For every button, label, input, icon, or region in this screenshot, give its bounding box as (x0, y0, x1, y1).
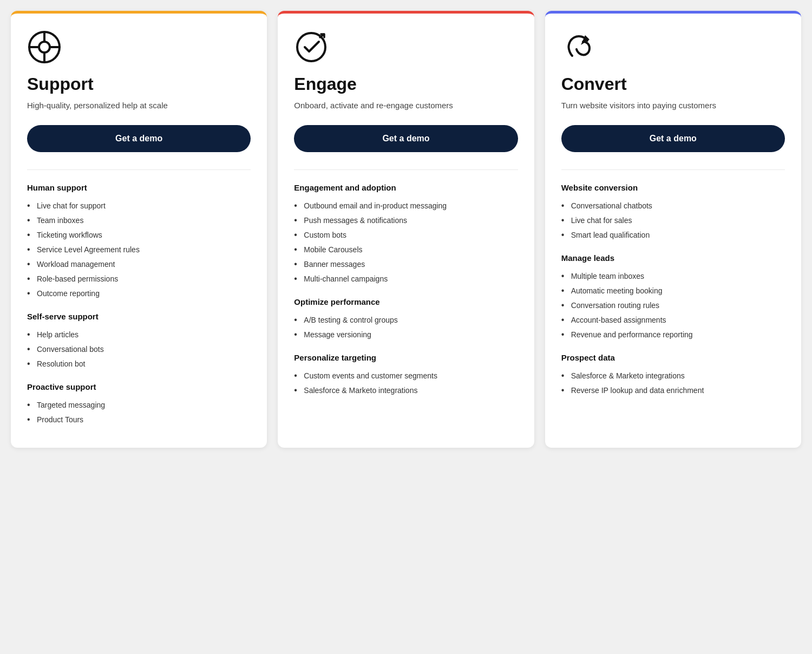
list-item: Team inboxes (27, 213, 251, 228)
card-convert: ConvertTurn website visitors into paying… (545, 11, 801, 448)
list-item: Product Tours (27, 413, 251, 427)
card-support-section-2-title: Proactive support (27, 382, 251, 391)
card-convert-section-1-title: Manage leads (561, 253, 785, 263)
list-item: Salesforce & Marketo integrations (294, 383, 518, 398)
list-item: Salesforce & Marketo integrations (561, 369, 785, 383)
card-engage-section-2-list: Custom events and customer segmentsSales… (294, 369, 518, 398)
card-convert-section-0-list: Conversational chatbotsLive chat for sal… (561, 199, 785, 243)
card-support-subtitle: High-quality, personalized help at scale (27, 100, 251, 112)
list-item: Multi-channel campaigns (294, 272, 518, 286)
card-engage-section-0-list: Outbound email and in-product messagingP… (294, 199, 518, 286)
list-item: Resolution bot (27, 357, 251, 371)
list-item: Role-based permissions (27, 272, 251, 286)
list-item: Outbound email and in-product messaging (294, 199, 518, 213)
card-convert-section-0-title: Website conversion (561, 183, 785, 192)
list-item: Message versioning (294, 328, 518, 342)
card-support-section-0-list: Live chat for supportTeam inboxesTicketi… (27, 199, 251, 301)
card-convert-divider (561, 169, 785, 170)
list-item: Push messages & notifications (294, 213, 518, 228)
list-item: Targeted messaging (27, 398, 251, 413)
list-item: Banner messages (294, 257, 518, 272)
list-item: Live chat for sales (561, 213, 785, 228)
card-support-divider (27, 169, 251, 170)
list-item: Revenue and performance reporting (561, 328, 785, 342)
card-engage: EngageOnboard, activate and re-engage cu… (278, 11, 534, 448)
card-engage-subtitle: Onboard, activate and re-engage customer… (294, 100, 518, 112)
card-convert-title: Convert (561, 74, 785, 94)
list-item: Live chat for support (27, 199, 251, 213)
list-item: Automatic meeting booking (561, 284, 785, 298)
card-support-section-0-title: Human support (27, 183, 251, 192)
list-item: Workload management (27, 257, 251, 272)
list-item: Ticketing workflows (27, 228, 251, 243)
card-support-section-2-list: Targeted messagingProduct Tours (27, 398, 251, 427)
engage-icon (294, 30, 329, 64)
convert-icon (561, 30, 596, 64)
list-item: Custom events and customer segments (294, 369, 518, 383)
list-item: Custom bots (294, 228, 518, 243)
cards-container: SupportHigh-quality, personalized help a… (11, 11, 801, 448)
list-item: A/B testing & control groups (294, 313, 518, 328)
card-engage-divider (294, 169, 518, 170)
card-engage-title: Engage (294, 74, 518, 94)
list-item: Conversational chatbots (561, 199, 785, 213)
svg-point-1 (39, 42, 50, 53)
list-item: Help articles (27, 328, 251, 342)
card-convert-demo-btn[interactable]: Get a demo (561, 125, 785, 152)
list-item: Outcome reporting (27, 286, 251, 301)
list-item: Account-based assignments (561, 313, 785, 328)
card-support-section-1-title: Self-serve support (27, 312, 251, 321)
card-convert-section-2-title: Prospect data (561, 353, 785, 362)
card-engage-section-1-list: A/B testing & control groupsMessage vers… (294, 313, 518, 342)
card-convert-subtitle: Turn website visitors into paying custom… (561, 100, 785, 112)
card-support-title: Support (27, 74, 251, 94)
list-item: Multiple team inboxes (561, 269, 785, 284)
list-item: Conversational bots (27, 342, 251, 357)
card-convert-section-1-list: Multiple team inboxesAutomatic meeting b… (561, 269, 785, 342)
list-item: Reverse IP lookup and data enrichment (561, 383, 785, 398)
card-engage-demo-btn[interactable]: Get a demo (294, 125, 518, 152)
card-convert-section-2-list: Salesforce & Marketo integrationsReverse… (561, 369, 785, 398)
list-item: Mobile Carousels (294, 243, 518, 257)
list-item: Smart lead qualification (561, 228, 785, 243)
card-engage-section-2-title: Personalize targeting (294, 353, 518, 362)
card-engage-section-0-title: Engagement and adoption (294, 183, 518, 192)
card-support: SupportHigh-quality, personalized help a… (11, 11, 267, 448)
list-item: Service Level Agreement rules (27, 243, 251, 257)
list-item: Conversation routing rules (561, 298, 785, 313)
card-support-section-1-list: Help articlesConversational botsResoluti… (27, 328, 251, 371)
card-support-demo-btn[interactable]: Get a demo (27, 125, 251, 152)
support-icon (27, 30, 62, 64)
card-engage-section-1-title: Optimize performance (294, 297, 518, 306)
